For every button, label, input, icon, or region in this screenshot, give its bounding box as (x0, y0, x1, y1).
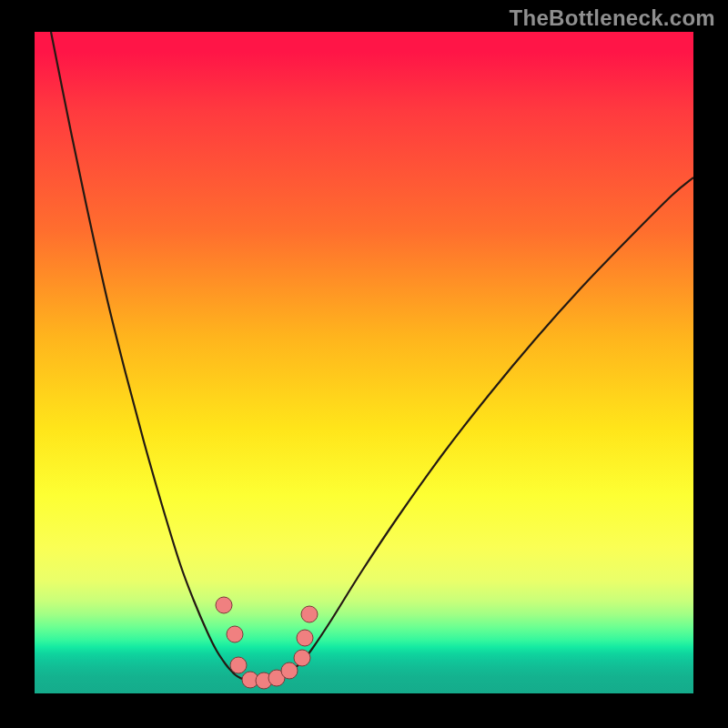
plot-area (35, 32, 693, 693)
watermark-text: TheBottleneck.com (510, 5, 715, 31)
data-point-marker (281, 662, 298, 679)
data-marker-cluster (216, 597, 318, 689)
curve-left-branch (51, 32, 250, 681)
data-point-marker (230, 657, 247, 673)
data-point-marker (301, 606, 318, 622)
chart-frame: TheBottleneck.com (0, 0, 728, 728)
data-point-marker (216, 597, 232, 613)
curve-right-branch (250, 177, 693, 681)
data-point-marker (294, 650, 310, 666)
curve-layer (35, 32, 693, 693)
data-point-marker (297, 630, 313, 646)
data-point-marker (227, 626, 243, 642)
